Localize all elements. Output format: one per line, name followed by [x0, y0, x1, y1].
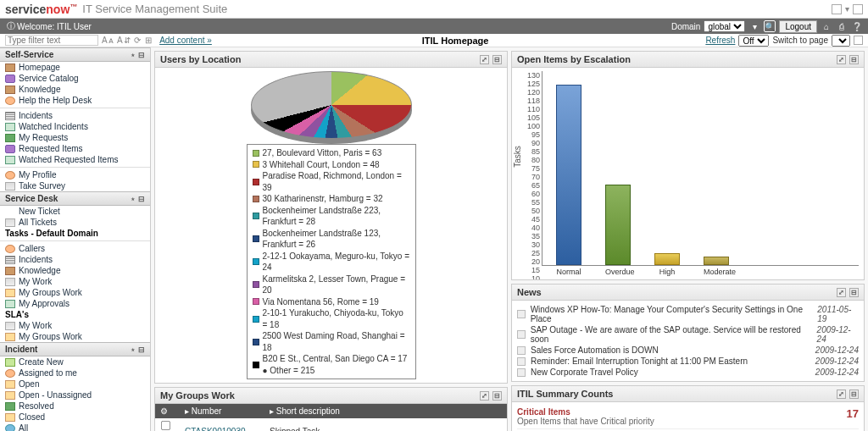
- nav-item[interactable]: My Approvals: [0, 298, 150, 309]
- nav-item[interactable]: All Tickets: [0, 217, 150, 228]
- news-item[interactable]: Windows XP How-To: Manage Your Computer'…: [517, 304, 859, 324]
- nav-item[interactable]: My Work: [0, 320, 150, 331]
- text-size-icons[interactable]: Aᴀ A⇵ ⟳ ⊞: [102, 36, 153, 45]
- bar-moderate[interactable]: [704, 257, 729, 265]
- col-desc[interactable]: ▸ Short description: [264, 404, 507, 418]
- nav-item[interactable]: Requested Items: [0, 143, 150, 154]
- nav-item[interactable]: Create New: [0, 356, 150, 367]
- nav-item[interactable]: Service Catalog: [0, 73, 150, 84]
- nav-section-header[interactable]: Service Desk⋆ ⊟: [0, 191, 150, 206]
- nav-item[interactable]: New Ticket: [0, 206, 150, 217]
- summary-item[interactable]: Critical ItemsOpen Items that have Criti…: [517, 406, 859, 429]
- col-number[interactable]: ▸ Number: [180, 404, 264, 418]
- panel-expand-icon[interactable]: ⤢: [480, 55, 489, 64]
- nav-item[interactable]: Knowledge: [0, 265, 150, 276]
- domain-select[interactable]: global: [704, 20, 745, 32]
- left-nav[interactable]: Self-Service⋆ ⊟HomepageService CatalogKn…: [0, 47, 151, 431]
- news-item[interactable]: Sales Force Automation is DOWN2009-12-24: [517, 345, 859, 356]
- domain-search-icon[interactable]: ▾: [748, 20, 760, 32]
- summary-list: Critical ItemsOpen Items that have Criti…: [512, 402, 864, 431]
- panel-expand-icon[interactable]: ⤢: [837, 55, 846, 64]
- nav-item[interactable]: My Requests: [0, 132, 150, 143]
- nav-item[interactable]: Callers: [0, 243, 150, 254]
- collapse-icon[interactable]: ⋆ ⊟: [131, 51, 145, 59]
- window-expand-icon[interactable]: [853, 4, 863, 14]
- record-desc: Skipped Task: [264, 418, 507, 431]
- record-link[interactable]: CTASK0010030: [185, 427, 246, 431]
- home-icon[interactable]: ⌂: [821, 20, 832, 32]
- news-icon: [517, 357, 526, 366]
- nav-item[interactable]: Incidents: [0, 254, 150, 265]
- panel-close-icon[interactable]: ⊟: [492, 55, 502, 64]
- nav-item[interactable]: Watched Incidents: [0, 121, 150, 132]
- panel-expand-icon[interactable]: ⤢: [480, 391, 489, 401]
- help-icon[interactable]: ❔: [851, 20, 863, 32]
- panel-close-icon[interactable]: ⊟: [849, 390, 859, 399]
- nav-item[interactable]: Tasks - Default Domain: [0, 228, 150, 239]
- nav-section-header[interactable]: Self-Service⋆ ⊟: [0, 47, 150, 62]
- search-icon[interactable]: 🔍: [764, 20, 776, 32]
- refresh-link[interactable]: Refresh: [705, 36, 735, 45]
- panel-summary: ITIL Summary Counts ⤢⊟ Critical ItemsOpe…: [511, 385, 865, 431]
- i-wand-icon: [5, 358, 15, 367]
- i-person-icon: [5, 97, 15, 105]
- nav-item[interactable]: My Profile: [0, 169, 150, 180]
- bar-overdue[interactable]: [605, 185, 631, 265]
- nav-item[interactable]: Help the Help Desk: [0, 95, 150, 106]
- nav-item[interactable]: Take Survey: [0, 180, 150, 191]
- bar-label: Overdue: [605, 268, 631, 276]
- panel-close-icon[interactable]: ⊟: [849, 288, 859, 297]
- panel-title: News: [517, 287, 542, 297]
- nav-item[interactable]: Homepage: [0, 62, 150, 73]
- nav-section-header[interactable]: Incident⋆ ⊟: [0, 342, 150, 356]
- panel-expand-icon[interactable]: ⤢: [837, 390, 846, 399]
- i-flag-icon: [5, 134, 15, 142]
- y-axis-label: Tasks: [513, 146, 522, 168]
- panel-expand-icon[interactable]: ⤢: [837, 288, 846, 297]
- nav-item[interactable]: Assigned to me: [0, 367, 150, 379]
- panel-close-icon[interactable]: ⊟: [492, 391, 502, 401]
- panel-title: Users by Location: [160, 54, 241, 64]
- legend-item: 27, Boulevard Vitton, Paris = 63: [253, 147, 410, 159]
- welcome-text: Welcome: ITIL User: [17, 22, 92, 31]
- i-doc-icon: [5, 322, 15, 330]
- logout-button[interactable]: Logout: [779, 20, 817, 33]
- bar-normal[interactable]: [556, 85, 581, 265]
- add-content-link[interactable]: Add content »: [159, 36, 212, 45]
- news-item[interactable]: New Corporate Travel Policy2009-12-24: [517, 367, 859, 378]
- nav-item[interactable]: All: [0, 423, 150, 431]
- news-item[interactable]: SAP Outage - We are aware of the SAP out…: [517, 324, 859, 345]
- nav-item[interactable]: Closed: [0, 412, 150, 423]
- print-icon[interactable]: ⎙: [836, 20, 848, 32]
- window-control-icon[interactable]: [832, 4, 842, 14]
- switch-page-select[interactable]: [832, 35, 850, 47]
- col-gear[interactable]: ⚙: [155, 404, 180, 418]
- legend-item: 2500 West Daming Road, Shanghai = 18: [253, 330, 410, 353]
- nav-item[interactable]: Incidents: [0, 110, 150, 121]
- settings-icon[interactable]: [854, 36, 863, 45]
- bar-high[interactable]: [654, 253, 680, 265]
- nav-item[interactable]: My Groups Work: [0, 287, 150, 298]
- i-doc-icon: [5, 278, 15, 286]
- nav-item[interactable]: My Groups Work: [0, 331, 150, 342]
- nav-filter-input[interactable]: [5, 35, 98, 46]
- legend-item: 30 Katharinenstr, Hamburg = 32: [253, 193, 410, 205]
- table-row[interactable]: CTASK0010030 Skipped Task: [155, 418, 507, 431]
- collapse-icon[interactable]: ⋆ ⊟: [131, 195, 145, 203]
- row-check[interactable]: [161, 421, 170, 430]
- panel-open-items: Open Items by Escalation ⤢⊟ Tasks 130125…: [511, 51, 865, 280]
- nav-item[interactable]: Open - Unassigned: [0, 390, 150, 401]
- legend-item: 2-12-1 Ookayama, Meguro-ku, Tokyo = 24: [253, 251, 410, 274]
- collapse-icon[interactable]: ⋆ ⊟: [131, 345, 145, 354]
- refresh-select[interactable]: Off: [738, 35, 769, 47]
- nav-item[interactable]: SLA's: [0, 309, 150, 320]
- panel-close-icon[interactable]: ⊟: [849, 55, 859, 64]
- nav-item[interactable]: Resolved: [0, 401, 150, 412]
- i-flag-icon: [5, 402, 15, 411]
- news-item[interactable]: Reminder: Email Interruption Tonight at …: [517, 356, 859, 367]
- nav-item[interactable]: My Work: [0, 276, 150, 287]
- nav-item[interactable]: Open: [0, 379, 150, 390]
- i-cart-icon: [5, 75, 15, 83]
- nav-item[interactable]: Knowledge: [0, 84, 150, 95]
- nav-item[interactable]: Watched Requested Items: [0, 154, 150, 165]
